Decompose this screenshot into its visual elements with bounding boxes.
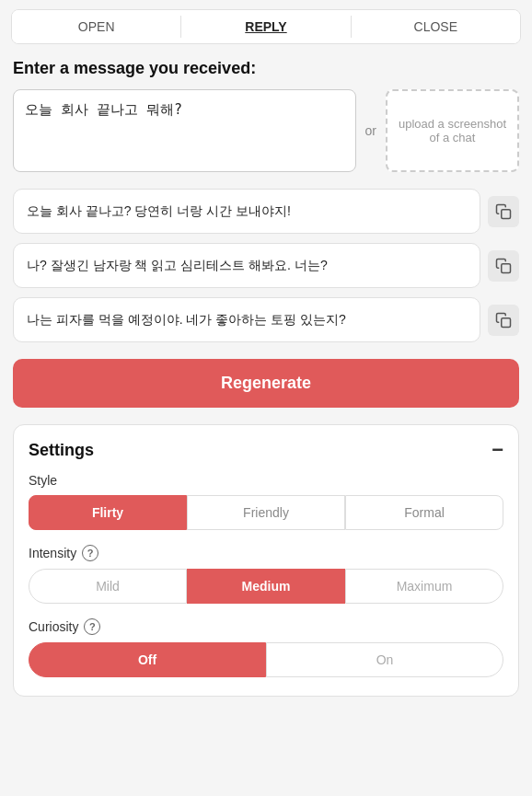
intensity-label: Intensity ? — [29, 545, 503, 561]
curiosity-option-off[interactable]: Off — [29, 642, 266, 677]
reply-bubble-3: 나는 피자를 먹을 예정이야. 네가 좋아하는 토핑 있는지? — [13, 297, 480, 342]
curiosity-option-on[interactable]: On — [266, 642, 503, 677]
tab-reply[interactable]: REPLY — [181, 10, 350, 43]
copy-icon-2 — [495, 258, 512, 274]
intensity-option-maximum[interactable]: Maximum — [345, 569, 503, 604]
settings-header: Settings − — [29, 440, 503, 460]
copy-button-3[interactable] — [488, 305, 519, 336]
curiosity-toggle-group: Off On — [29, 642, 503, 677]
tab-open[interactable]: OPEN — [12, 10, 180, 43]
collapse-settings-button[interactable]: − — [492, 440, 503, 460]
intensity-option-medium[interactable]: Medium — [187, 569, 345, 604]
reply-list: 오늘 회사 끝나고? 당연히 너랑 시간 보내야지! 나? 잘생긴 남자랑 책 … — [13, 189, 519, 342]
style-option-flirty[interactable]: Flirty — [29, 495, 187, 530]
svg-rect-2 — [502, 317, 511, 327]
style-label: Style — [29, 473, 503, 488]
svg-rect-0 — [502, 209, 511, 218]
intensity-help-icon[interactable]: ? — [82, 545, 98, 561]
copy-button-2[interactable] — [488, 250, 519, 282]
style-toggle-group: Flirty Friendly Formal — [29, 495, 503, 530]
section-title: Enter a message you received: — [13, 59, 519, 78]
reply-item-1: 오늘 회사 끝나고? 당연히 너랑 시간 보내야지! — [13, 189, 519, 234]
reply-bubble-1: 오늘 회사 끝나고? 당연히 너랑 시간 보내야지! — [13, 189, 480, 234]
reply-item-3: 나는 피자를 먹을 예정이야. 네가 좋아하는 토핑 있는지? — [13, 297, 519, 342]
reply-bubble-2: 나? 잘생긴 남자랑 책 읽고 심리테스트 해봐요. 너는? — [13, 243, 480, 288]
style-option-friendly[interactable]: Friendly — [187, 495, 345, 530]
tab-close[interactable]: CLOSE — [352, 10, 520, 43]
input-row: or upload a screenshot of a chat — [13, 89, 519, 172]
style-option-formal[interactable]: Formal — [345, 495, 503, 530]
upload-screenshot-box[interactable]: upload a screenshot of a chat — [386, 89, 519, 172]
or-label: or — [364, 89, 378, 172]
intensity-option-mild[interactable]: Mild — [29, 569, 187, 604]
main-content: Enter a message you received: or upload … — [0, 44, 532, 796]
regenerate-button[interactable]: Regenerate — [13, 359, 519, 408]
message-input[interactable] — [13, 89, 356, 172]
copy-icon-3 — [495, 312, 512, 329]
svg-rect-1 — [502, 263, 511, 272]
intensity-toggle-group: Mild Medium Maximum — [29, 569, 503, 604]
settings-title: Settings — [29, 441, 94, 460]
copy-button-1[interactable] — [488, 196, 519, 227]
copy-icon-1 — [495, 203, 512, 220]
tab-bar: OPEN REPLY CLOSE — [11, 9, 521, 44]
settings-panel: Settings − Style Flirty Friendly Formal … — [13, 424, 519, 697]
curiosity-help-icon[interactable]: ? — [84, 618, 100, 635]
reply-item-2: 나? 잘생긴 남자랑 책 읽고 심리테스트 해봐요. 너는? — [13, 243, 519, 288]
curiosity-label: Curiosity ? — [29, 618, 503, 635]
